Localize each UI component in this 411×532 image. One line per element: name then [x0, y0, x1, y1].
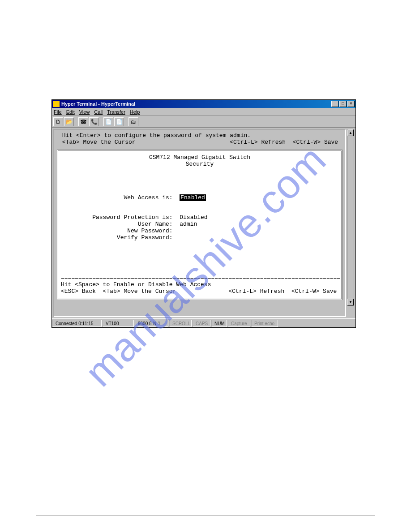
web-access-label: Web Access is:: [124, 194, 172, 201]
statusbar: Connected 0:11:15 VT100 9600 8-N-1 SCROL…: [52, 318, 355, 327]
window-controls: _ □ ×: [331, 101, 355, 107]
toolbar: 🗋 📂 ☎ 📞 📄 📄 🗂: [52, 116, 355, 128]
menu-view[interactable]: View: [79, 109, 90, 115]
hyperterminal-window: Hyper Terminal - HyperTerminal _ □ × Fil…: [51, 99, 356, 328]
status-caps: CAPS: [193, 320, 210, 327]
toolbar-open-icon[interactable]: 📂: [64, 117, 74, 126]
user-name-value[interactable]: admin: [180, 221, 197, 227]
maximize-button[interactable]: □: [339, 101, 347, 107]
new-password-label: New Password:: [127, 227, 172, 234]
status-scroll: SCROLL: [169, 320, 192, 327]
screen-title-1: GSM712 Managed Gigabit Switch: [61, 154, 338, 161]
password-protection-label: Password Protection is:: [92, 214, 172, 221]
status-emulation: VT100: [103, 320, 134, 327]
user-name-row: User Name: admin: [61, 221, 338, 228]
menu-transfer[interactable]: Transfer: [107, 109, 125, 115]
toolbar-receive-icon[interactable]: 📄: [114, 117, 124, 126]
status-settings: 9600 8-N-1: [135, 320, 168, 327]
terminal-area: ▲ ▼ Hit <Enter> to configure the passwor…: [52, 128, 355, 318]
hint-line-2: <Tab> Move the Cursor <Ctrl-L> Refresh <…: [59, 139, 341, 146]
footer-hint-1: Hit <Space> to Enable or Disable Web Acc…: [61, 282, 338, 288]
verify-password-row: Verify Password:: [61, 235, 338, 241]
web-access-row: Web Access is: Enabled: [61, 195, 338, 202]
user-name-label: User Name:: [138, 221, 173, 227]
scrollbar[interactable]: ▲ ▼: [347, 129, 354, 306]
password-protection-row: Password Protection is: Disabled: [61, 215, 338, 221]
scroll-up-icon[interactable]: ▲: [347, 129, 354, 136]
terminal-screen[interactable]: Hit <Enter> to configure the password of…: [53, 129, 346, 317]
page-footer-rule: [36, 515, 375, 515]
menu-edit[interactable]: Edit: [66, 109, 75, 115]
app-icon: [53, 101, 60, 107]
new-password-row: New Password:: [61, 228, 338, 235]
toolbar-disconnect-icon[interactable]: 📞: [89, 117, 99, 126]
menu-call[interactable]: Call: [94, 109, 103, 115]
status-num: NUM: [211, 320, 227, 327]
password-protection-value[interactable]: Disabled: [180, 214, 207, 221]
toolbar-connect-icon[interactable]: ☎: [78, 117, 88, 126]
menu-help[interactable]: Help: [130, 109, 140, 115]
window-title: Hyper Terminal - HyperTerminal: [61, 101, 135, 107]
toolbar-send-icon[interactable]: 📄: [103, 117, 113, 126]
web-access-value[interactable]: Enabled: [180, 194, 206, 201]
screen-title-2: Security: [61, 161, 338, 168]
divider-line: ========================================…: [61, 275, 338, 282]
titlebar[interactable]: Hyper Terminal - HyperTerminal _ □ ×: [52, 100, 355, 108]
terminal-content-box: GSM712 Managed Gigabit Switch Security W…: [57, 150, 342, 300]
menu-file[interactable]: File: [54, 109, 62, 115]
toolbar-new-icon[interactable]: 🗋: [53, 117, 63, 126]
status-capture: Capture: [228, 320, 250, 327]
status-connected: Connected 0:11:15: [52, 320, 102, 327]
close-button[interactable]: ×: [347, 101, 355, 107]
status-print-echo: Print echo: [251, 320, 278, 327]
scroll-down-icon[interactable]: ▼: [347, 299, 354, 305]
toolbar-properties-icon[interactable]: 🗂: [128, 117, 138, 126]
menubar: File Edit View Call Transfer Help: [52, 108, 355, 116]
verify-password-label: Verify Password:: [117, 234, 173, 241]
hint-line-1: Hit <Enter> to configure the password of…: [59, 133, 341, 139]
minimize-button[interactable]: _: [331, 101, 338, 107]
footer-hint-2: <ESC> Back <Tab> Move the Cursor <Ctrl-L…: [61, 288, 338, 295]
